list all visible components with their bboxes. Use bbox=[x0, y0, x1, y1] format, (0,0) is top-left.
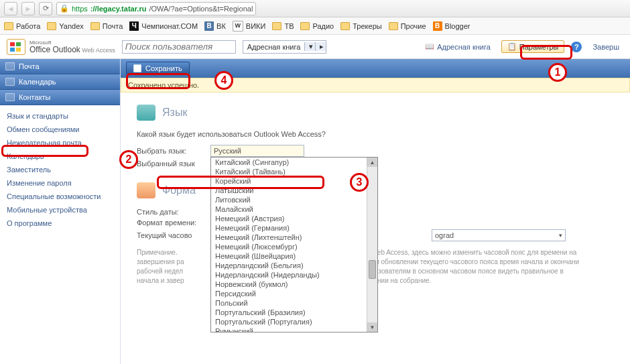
option-about[interactable]: О программе bbox=[0, 217, 120, 230]
language-selected-value: Русский bbox=[214, 147, 241, 155]
office-logo-icon bbox=[7, 39, 25, 55]
language-option[interactable]: Китайский (Сингапур) bbox=[211, 158, 367, 167]
annotation-2: 2 bbox=[119, 150, 138, 169]
wiki-icon bbox=[233, 21, 243, 32]
language-option[interactable]: Корейский bbox=[211, 176, 367, 186]
url-protocol: https bbox=[72, 5, 88, 13]
bookmark-item[interactable]: Yandex bbox=[47, 22, 84, 30]
reload-button[interactable]: ⟳ bbox=[39, 2, 52, 15]
language-option[interactable]: Немецкий (Австрия) bbox=[211, 214, 367, 223]
options-icon: 📋 bbox=[507, 42, 517, 51]
mail-icon bbox=[5, 62, 15, 70]
logo-text-office: Office Outlook bbox=[29, 45, 80, 54]
bookmark-item[interactable]: Работа bbox=[4, 22, 40, 30]
language-option[interactable]: Португальский (Бразилия) bbox=[211, 308, 367, 317]
options-button[interactable]: 📋 Параметры bbox=[501, 40, 565, 53]
bookmark-item[interactable]: ТВ bbox=[272, 22, 294, 30]
option-mobile[interactable]: Мобильные устройства bbox=[0, 203, 120, 217]
folder-icon bbox=[272, 22, 281, 30]
option-regional[interactable]: Язык и стандарты bbox=[0, 109, 120, 123]
calendar-icon bbox=[5, 78, 15, 86]
scroll-thumb[interactable] bbox=[369, 260, 376, 279]
choose-language-label: Выбрать язык: bbox=[137, 147, 204, 155]
help-icon[interactable]: ? bbox=[571, 42, 582, 52]
champ-icon bbox=[129, 21, 139, 31]
option-password[interactable]: Изменение пароля bbox=[0, 176, 120, 190]
language-option[interactable]: Китайский (Тайвань) bbox=[211, 167, 367, 176]
address-bar[interactable]: 🔒 https ://legacy.tatar.ru /OWA/?ae=Opti… bbox=[56, 2, 256, 15]
save-button[interactable]: Сохранить bbox=[126, 62, 190, 75]
bookmark-item[interactable]: Прочие bbox=[389, 22, 426, 30]
bookmark-item[interactable]: Трекеры bbox=[340, 22, 381, 30]
language-option[interactable]: Нидерландский (Бельгия) bbox=[211, 261, 367, 270]
language-option[interactable]: Немецкий (Люксембург) bbox=[211, 242, 367, 251]
language-option[interactable]: Литовский bbox=[211, 195, 367, 204]
language-select[interactable]: Русский bbox=[210, 145, 304, 157]
bookmark-item[interactable]: Радио bbox=[300, 22, 334, 30]
go-icon[interactable]: ▸ bbox=[315, 42, 326, 51]
address-book-link[interactable]: 📖 Адресная книга bbox=[421, 42, 495, 51]
timezone-value: ograd bbox=[435, 231, 454, 239]
language-option[interactable]: Немецкий (Германия) bbox=[211, 223, 367, 233]
section-format-title: Форма bbox=[162, 184, 196, 196]
nav-mail[interactable]: Почта bbox=[0, 59, 120, 74]
forward-button[interactable]: ► bbox=[21, 2, 35, 15]
main-content: Сохранить Сохранено успешно. Язык Какой … bbox=[121, 59, 630, 364]
bookmark-item[interactable]: ВК bbox=[204, 21, 226, 31]
bookmark-item[interactable]: Чемпионат.COM bbox=[129, 21, 198, 31]
language-option[interactable]: Норвежский (букмол) bbox=[211, 280, 367, 289]
book-icon: 📖 bbox=[425, 42, 434, 51]
language-option[interactable]: Нидерландский (Нидерланды) bbox=[211, 270, 367, 280]
option-deputy[interactable]: Заместитель bbox=[0, 163, 120, 176]
folder-icon bbox=[300, 22, 310, 30]
language-option[interactable]: Португальский (Португалия) bbox=[211, 317, 367, 326]
folder-icon bbox=[389, 22, 398, 30]
option-calendar[interactable]: Календарь bbox=[0, 149, 120, 163]
blogger-icon bbox=[433, 21, 442, 31]
timezone-label: Текущий часово bbox=[137, 231, 204, 239]
logout-link[interactable]: Заверш bbox=[588, 43, 623, 51]
bookmark-item[interactable]: Почта bbox=[90, 22, 123, 30]
language-option[interactable]: Немецкий (Швейцария) bbox=[211, 251, 367, 261]
language-option[interactable]: Польский bbox=[211, 298, 367, 308]
option-junk[interactable]: Нежелательная почта bbox=[0, 136, 120, 149]
svg-rect-0 bbox=[10, 42, 15, 46]
folder-icon bbox=[90, 22, 100, 30]
scroll-down-icon[interactable]: ▼ bbox=[367, 322, 377, 332]
language-option[interactable]: Немецкий (Лихтенштейн) bbox=[211, 233, 367, 242]
address-book-select[interactable]: Адресная книга ▾ ▸ bbox=[243, 40, 327, 54]
browser-navbar: ◄ ► ⟳ 🔒 https ://legacy.tatar.ru /OWA/?a… bbox=[0, 0, 630, 17]
option-accessibility[interactable]: Специальные возможности bbox=[0, 190, 120, 203]
nav-contacts[interactable]: Контакты bbox=[0, 90, 120, 105]
section-language-header: Язык bbox=[137, 105, 614, 121]
language-question: Какой язык будет использоваться Outlook … bbox=[137, 130, 614, 138]
contacts-icon bbox=[5, 93, 15, 101]
timezone-select[interactable]: ograd ▾ bbox=[432, 229, 566, 241]
chevron-down-icon[interactable]: ▾ bbox=[304, 42, 315, 51]
back-button[interactable]: ◄ bbox=[4, 2, 17, 15]
language-icon bbox=[137, 105, 155, 121]
folder-icon bbox=[340, 22, 350, 30]
annotation-1: 1 bbox=[548, 63, 567, 82]
vk-icon bbox=[204, 21, 214, 31]
option-messaging[interactable]: Обмен сообщениями bbox=[0, 123, 120, 136]
bookmark-item[interactable]: Blogger bbox=[433, 21, 470, 31]
language-option[interactable]: Латышский bbox=[211, 186, 367, 195]
time-format-label: Формат времени: bbox=[137, 219, 204, 227]
url-path: /OWA/?ae=Options&t=Regional bbox=[149, 5, 253, 13]
language-option[interactable]: Малайский bbox=[211, 204, 367, 214]
section-language-title: Язык bbox=[162, 107, 187, 119]
nav-calendar[interactable]: Календарь bbox=[0, 74, 120, 90]
current-language-label: Выбранный язык bbox=[137, 160, 204, 168]
folder-icon bbox=[4, 22, 13, 30]
bookmark-item[interactable]: ВИКИ bbox=[233, 21, 266, 32]
language-option[interactable]: Румынский bbox=[211, 326, 367, 332]
owa-header: Microsoft Office Outlook Web Access Адре… bbox=[0, 35, 630, 59]
owa-logo: Microsoft Office Outlook Web Access bbox=[7, 39, 115, 55]
scroll-up-icon[interactable]: ▲ bbox=[367, 158, 377, 167]
url-host: ://legacy.tatar.ru bbox=[90, 5, 147, 13]
search-user-input[interactable] bbox=[122, 40, 236, 54]
language-option[interactable]: Персидский bbox=[211, 289, 367, 298]
annotation-4: 4 bbox=[214, 71, 233, 90]
svg-rect-2 bbox=[10, 48, 15, 52]
